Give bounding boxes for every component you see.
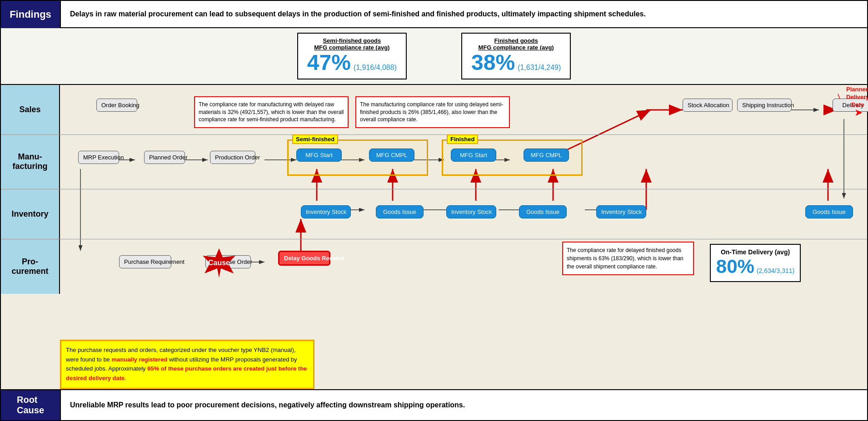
manufacturing-row: Manu- facturing MRP Execution Planned Or… xyxy=(1,135,867,189)
planned-delivery-label: Planned Delivery Date xyxy=(846,86,868,109)
inventory-content: Inventory Stock Goods Issue Inventory St… xyxy=(60,189,867,239)
on-time-title: On-Time Delivery (avg) xyxy=(718,248,793,256)
planned-arrow-indicator: ➤ xyxy=(854,107,863,119)
goods-issue-3-node: Goods Issue xyxy=(805,205,853,218)
findings-text: Delays in raw material procurement can l… xyxy=(60,1,867,28)
on-time-delivery-box: On-Time Delivery (avg) 80% (2,634/3,311) xyxy=(710,244,801,282)
finished-stat: Finished goodsMFG compliance rate (avg) … xyxy=(461,33,571,79)
inventory-stock-1-node: Inventory Stock xyxy=(301,205,351,218)
on-time-sub: (2,634/3,311) xyxy=(757,267,794,274)
semi-title: Semi-finished goodsMFG compliance rate (… xyxy=(307,37,397,51)
yellow-note: The purchase requests and orders, catego… xyxy=(60,340,314,389)
shipping-compliance-note: The compliance rate for delayed finished… xyxy=(562,242,694,275)
root-cause-label: Root Cause xyxy=(1,390,60,420)
findings-label: Findings xyxy=(1,1,60,28)
semi-sub: (1,916/4,088) xyxy=(354,64,397,72)
goods-issue-2-node: Goods Issue xyxy=(519,205,567,218)
semi-value: 47% xyxy=(307,51,351,75)
manufacturing-label: Manu- facturing xyxy=(1,135,60,189)
goods-issue-1-node: Goods Issue xyxy=(376,205,424,218)
finished-label: Finished xyxy=(447,134,478,144)
mfg-start-semi-node: MFG Start xyxy=(296,149,342,162)
purchase-requirement-node: Purchase Requirement xyxy=(119,255,171,268)
inventory-stock-2-node: Inventory Stock xyxy=(446,205,496,218)
mfg-start-finished-node: MFG Start xyxy=(451,149,496,162)
sales-label: Sales xyxy=(1,85,60,134)
delay-goods-receive-node: Delay Goods Receive xyxy=(278,251,330,266)
semi-compliance-annotation: The compliance rate for manufacturing wi… xyxy=(194,96,349,128)
stock-allocation-node: Stock Allocation xyxy=(683,99,733,112)
mrp-execution-node: MRP Execution xyxy=(78,151,119,164)
semi-finished-label: Semi-finished xyxy=(292,134,338,144)
main-container: Findings Delays in raw material procurem… xyxy=(0,0,868,421)
procurement-label: Pro- curement xyxy=(1,239,60,294)
on-time-value: 80% xyxy=(716,256,754,277)
inventory-stock-3-node: Inventory Stock xyxy=(596,205,646,218)
findings-row: Findings Delays in raw material procurem… xyxy=(1,1,867,28)
finished-value: 38% xyxy=(471,51,515,75)
planned-order-node: Planned Order xyxy=(144,151,185,164)
order-booking-node: Order Booking xyxy=(96,99,137,112)
production-order-node: Production Order xyxy=(210,151,255,164)
finished-compliance-annotation: The manufacturing compliance rate for us… xyxy=(355,96,510,128)
procurement-row: Pro- curement Purchase Requirement Purch… xyxy=(1,239,867,294)
semi-finished-stat: Semi-finished goodsMFG compliance rate (… xyxy=(297,33,407,79)
process-area: Sales Order Booking Stock Allocation Shi… xyxy=(1,85,867,389)
mfg-cmpl-finished-node: MFG CMPL xyxy=(524,149,569,162)
root-cause-text: Unreliable MRP results lead to poor proc… xyxy=(60,390,867,420)
root-cause-row: Root Cause Unreliable MRP results lead t… xyxy=(1,389,867,420)
inventory-label: Inventory xyxy=(1,189,60,239)
finished-title: Finished goodsMFG compliance rate (avg) xyxy=(471,37,561,51)
procurement-content: Purchase Requirement Purchase Order Dela… xyxy=(60,239,867,294)
inventory-row: Inventory Inventory Stock Goods Issue In… xyxy=(1,189,867,239)
stats-row: Semi-finished goodsMFG compliance rate (… xyxy=(1,28,867,85)
shipping-instruction-node: Shipping Instruction xyxy=(737,99,792,112)
mfg-cmpl-semi-node: MFG CMPL xyxy=(369,149,414,162)
manufacturing-content: MRP Execution Planned Order Production O… xyxy=(60,135,867,189)
finished-sub: (1,631/4,249) xyxy=(518,64,561,72)
